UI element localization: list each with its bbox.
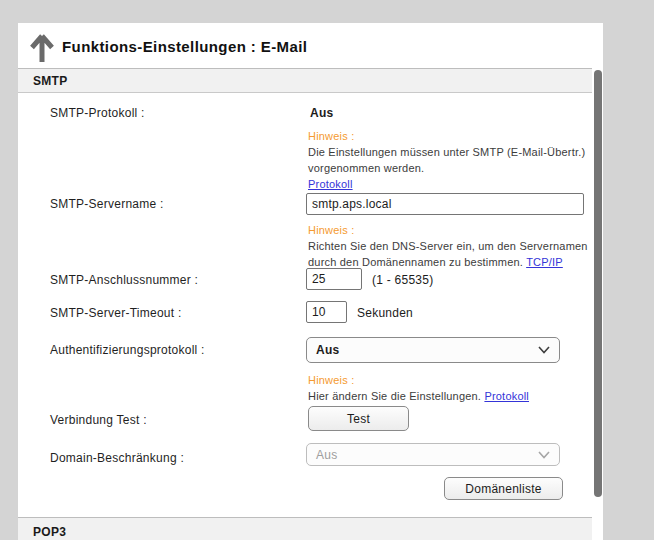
auth-protocol-selected: Aus: [316, 343, 340, 357]
smtp-timeout-unit: Sekunden: [357, 306, 413, 320]
section-pop3-label: POP3: [33, 525, 66, 539]
hint-line: Richten Sie den DNS-Server ein, um den S…: [308, 238, 588, 254]
test-button-label: Test: [347, 412, 370, 426]
page-title: Funktions-Einstellungen : E-Mail: [62, 38, 307, 55]
smtp-protocol-hint: Hinweis : Die Einstellungen müssen unter…: [308, 128, 585, 192]
domain-restriction-select: Aus: [306, 443, 560, 466]
auth-protocol-label: Authentifizierungsprotokoll :: [50, 343, 205, 357]
chevron-down-icon: [538, 451, 550, 459]
domain-list-button[interactable]: Domänenliste: [444, 477, 563, 500]
hint-line: Hier ändern Sie die Einstellungen.: [308, 390, 481, 402]
section-header-pop3: POP3: [18, 517, 603, 540]
protocol-link[interactable]: Protokoll: [308, 178, 353, 190]
smtp-servername-input[interactable]: [306, 193, 584, 215]
smtp-servername-label: SMTP-Servername :: [50, 197, 164, 211]
scrollbar-thumb[interactable]: [594, 70, 602, 497]
smtp-timeout-input[interactable]: [306, 301, 347, 323]
section-header-smtp: SMTP: [18, 68, 603, 93]
domain-restriction-selected: Aus: [316, 448, 338, 462]
auth-protocol-hint: Hinweis : Hier ändern Sie die Einstellun…: [308, 372, 529, 404]
settings-card: Funktions-Einstellungen : E-Mail SMTP SM…: [18, 23, 603, 540]
smtp-timeout-label: SMTP-Server-Timeout :: [50, 306, 182, 320]
domain-restriction-label: Domain-Beschränkung :: [50, 451, 184, 465]
hint-title: Hinweis :: [308, 222, 588, 238]
smtp-protocol-value: Aus: [310, 106, 334, 120]
hint-title: Hinweis :: [308, 372, 529, 388]
tcpip-link[interactable]: TCP/IP: [526, 256, 563, 268]
hint-title: Hinweis :: [308, 128, 585, 144]
auth-protocol-select[interactable]: Aus: [306, 337, 560, 363]
domain-list-button-label: Domänenliste: [465, 482, 541, 496]
smtp-port-label: SMTP-Anschlussnummer :: [50, 273, 198, 287]
hint-line: durch den Domänennamen zu bestimmen.: [308, 256, 523, 268]
smtp-port-range: (1 - 65535): [372, 273, 433, 287]
back-top-arrow-icon[interactable]: [29, 32, 55, 64]
smtp-servername-hint: Hinweis : Richten Sie den DNS-Server ein…: [308, 222, 588, 270]
section-smtp-label: SMTP: [33, 74, 68, 88]
chevron-down-icon: [538, 346, 550, 354]
smtp-protocol-label: SMTP-Protokoll :: [50, 106, 145, 120]
smtp-port-input[interactable]: [306, 268, 362, 290]
connection-test-label: Verbindung Test :: [50, 413, 147, 427]
hint-line: vorgenommen werden.: [308, 160, 585, 176]
protocol-link[interactable]: Protokoll: [484, 390, 529, 402]
hint-line: Die Einstellungen müssen unter SMTP (E-M…: [308, 144, 585, 160]
test-button[interactable]: Test: [308, 406, 409, 431]
